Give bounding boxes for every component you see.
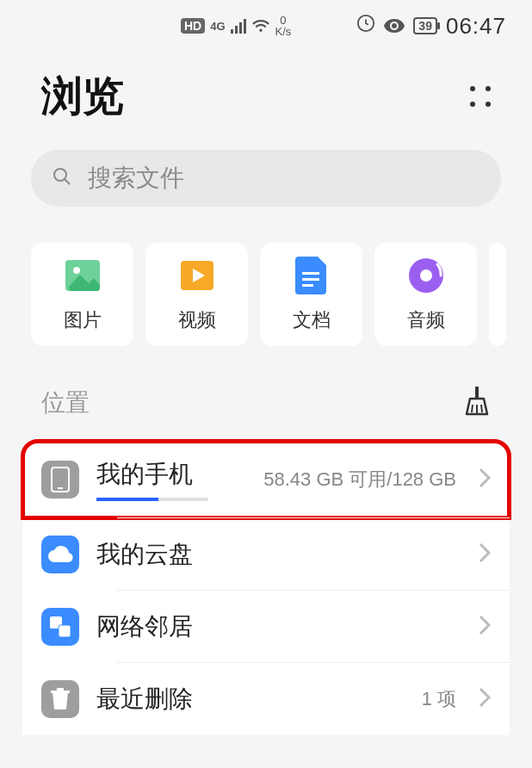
- chevron-right-icon: [479, 468, 491, 492]
- network-speed: 0 K/s: [275, 15, 292, 37]
- svg-rect-11: [475, 387, 479, 399]
- trash-count: 1 项: [422, 686, 461, 712]
- chevron-right-icon: [479, 615, 491, 639]
- category-label: 视频: [178, 307, 216, 333]
- image-icon: [63, 256, 102, 295]
- audio-icon: [406, 256, 446, 295]
- category-audio[interactable]: 音频: [374, 243, 477, 346]
- do-not-disturb-icon: [356, 14, 375, 38]
- search-placeholder: 搜索文件: [88, 162, 184, 195]
- svg-rect-6: [302, 272, 319, 275]
- location-list: 我的手机 58.43 GB 可用/128 GB 我的云盘 网络邻居: [0, 441, 532, 735]
- chevron-right-icon: [479, 542, 491, 567]
- clock: 06:47: [446, 13, 506, 40]
- location-body: 我的云盘: [96, 538, 461, 571]
- cloud-icon: [41, 536, 79, 573]
- svg-rect-16: [58, 487, 63, 489]
- status-indicators-right: 39 06:47: [356, 13, 506, 40]
- location-body: 最近删除: [96, 683, 405, 715]
- eye-comfort-icon: [384, 14, 405, 38]
- category-row[interactable]: 图片 视频 文档 音频: [0, 207, 532, 346]
- svg-point-1: [54, 169, 66, 181]
- svg-rect-18: [59, 625, 71, 637]
- wifi-icon: [251, 15, 270, 37]
- app-header: 浏览: [0, 52, 532, 150]
- section-header-location: 位置: [0, 346, 532, 441]
- trash-icon: [41, 680, 79, 718]
- status-indicators-left: HD 4G 0 K/s: [181, 15, 291, 37]
- section-title: 位置: [41, 387, 90, 419]
- location-my-phone[interactable]: 我的手机 58.43 GB 可用/128 GB: [22, 441, 510, 518]
- svg-line-14: [481, 405, 482, 412]
- more-menu-icon[interactable]: [470, 86, 491, 107]
- category-label: 图片: [64, 307, 102, 333]
- svg-line-12: [472, 405, 473, 412]
- battery-indicator: 39: [413, 17, 437, 34]
- location-label: 我的云盘: [96, 538, 461, 571]
- svg-rect-7: [302, 278, 319, 281]
- location-cloud[interactable]: 我的云盘: [22, 518, 510, 591]
- svg-point-4: [73, 267, 80, 274]
- category-images[interactable]: 图片: [31, 243, 133, 346]
- location-label: 网络邻居: [96, 610, 461, 643]
- location-body: 我的手机: [96, 458, 246, 501]
- video-icon: [177, 256, 217, 295]
- search-input[interactable]: 搜索文件: [31, 150, 501, 207]
- cellular-signal-icon: [231, 18, 246, 34]
- cleanup-icon[interactable]: [463, 386, 491, 420]
- hd-badge: HD: [181, 18, 205, 34]
- location-body: 网络邻居: [96, 610, 461, 643]
- category-documents[interactable]: 文档: [260, 243, 362, 346]
- svg-point-10: [420, 269, 432, 282]
- status-bar: HD 4G 0 K/s 39 06:47: [0, 0, 532, 52]
- category-label: 音频: [407, 307, 445, 333]
- category-label: 文档: [293, 307, 331, 333]
- page-title: 浏览: [41, 69, 124, 124]
- svg-line-2: [65, 179, 70, 184]
- phone-icon: [41, 461, 79, 499]
- network-icon: [41, 608, 79, 646]
- chevron-right-icon: [479, 687, 491, 711]
- location-network[interactable]: 网络邻居: [22, 591, 510, 663]
- network-generation: 4G: [210, 20, 225, 33]
- category-videos[interactable]: 视频: [145, 243, 248, 346]
- search-icon: [52, 166, 72, 190]
- storage-progress: [96, 498, 208, 501]
- location-label: 我的手机: [96, 458, 246, 491]
- svg-rect-19: [57, 688, 64, 691]
- location-label: 最近删除: [96, 683, 405, 715]
- svg-rect-20: [51, 691, 70, 693]
- document-icon: [292, 256, 331, 295]
- category-more-peek[interactable]: [489, 243, 506, 346]
- svg-rect-8: [302, 284, 313, 287]
- location-recent-delete[interactable]: 最近删除 1 项: [22, 663, 510, 735]
- storage-meta: 58.43 GB 可用/128 GB: [263, 467, 461, 492]
